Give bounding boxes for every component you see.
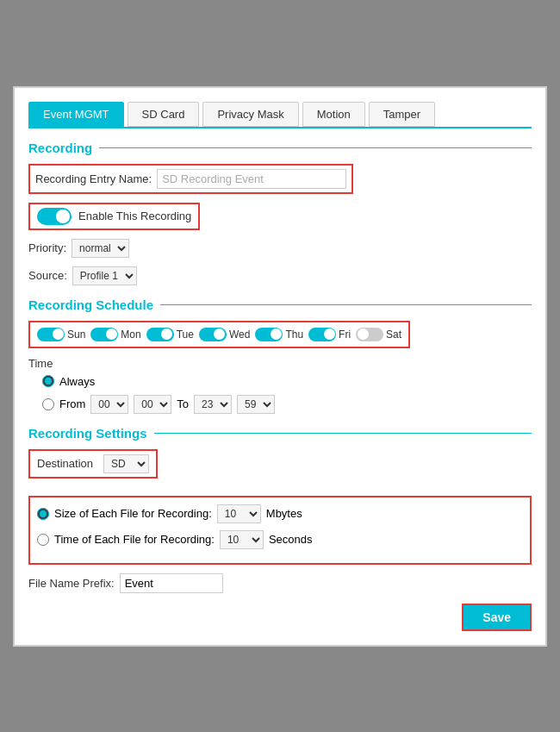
destination-select[interactable]: SD FTP [103, 454, 149, 473]
priority-select[interactable]: normal high low [72, 239, 129, 258]
day-toggle-mon[interactable] [90, 328, 118, 341]
entry-name-input[interactable] [157, 169, 346, 189]
destination-wrapper: Destination SD FTP [28, 449, 158, 479]
enable-label: Enable This Recording [78, 210, 191, 222]
day-label-wed: Wed [229, 328, 250, 341]
schedule-section-header: Recording Schedule [28, 297, 532, 312]
priority-row: Priority: normal high low [28, 239, 532, 258]
from-hour-select[interactable]: 00010206121823 [90, 395, 128, 414]
from-label: From [59, 397, 85, 410]
to-min-select[interactable]: 00053059 [237, 395, 275, 414]
from-to-row: From 00010206121823 000510153045 To 0006… [42, 395, 532, 414]
prefix-label: File Name Prefix: [28, 577, 115, 590]
size-row: Size of Each File for Recording: 1020501… [37, 504, 523, 523]
from-min-select[interactable]: 000510153045 [134, 395, 171, 414]
recording-section-header: Recording [28, 141, 532, 155]
tab-sd-card[interactable]: SD Card [128, 102, 200, 127]
day-toggle-thu[interactable] [255, 328, 283, 341]
days-row: Sun Mon Tue Wed Thu [28, 321, 532, 348]
size-radio[interactable] [37, 508, 49, 520]
from-radio[interactable] [42, 398, 54, 410]
main-window: Event MGMT SD Card Privacy Mask Motion T… [13, 86, 547, 647]
day-label-sat: Sat [386, 328, 401, 341]
day-fri: Fri [308, 328, 351, 341]
day-sat: Sat [356, 328, 401, 341]
destination-label: Destination [37, 457, 93, 470]
settings-section-header: Recording Settings [28, 426, 532, 441]
enable-toggle-wrapper: Enable This Recording [28, 203, 200, 230]
day-thu: Thu [255, 328, 303, 341]
file-options-wrapper: Size of Each File for Recording: 1020501… [28, 496, 532, 565]
day-label-thu: Thu [285, 328, 303, 341]
day-label-fri: Fri [339, 328, 351, 341]
days-wrapper: Sun Mon Tue Wed Thu [28, 321, 410, 348]
day-wed: Wed [199, 328, 250, 341]
day-label-sun: Sun [67, 328, 85, 341]
day-toggle-fri[interactable] [308, 328, 336, 341]
day-toggle-tue[interactable] [146, 328, 174, 341]
day-mon: Mon [90, 328, 140, 341]
time-file-select[interactable]: 103060120 [220, 530, 264, 549]
day-tue: Tue [146, 328, 194, 341]
size-unit: Mbytes [266, 507, 302, 520]
day-toggle-sun[interactable] [37, 328, 65, 341]
always-label: Always [59, 375, 95, 388]
tab-event-mgmt[interactable]: Event MGMT [28, 102, 124, 127]
day-toggle-sat[interactable] [356, 328, 383, 341]
tab-tamper[interactable]: Tamper [369, 102, 435, 127]
day-label-mon: Mon [121, 328, 140, 341]
size-select[interactable]: 102050100 [217, 504, 261, 523]
save-button[interactable]: Save [462, 604, 532, 631]
day-toggle-wed[interactable] [199, 328, 227, 341]
source-label: Source: [28, 269, 67, 282]
always-row: Always [42, 375, 532, 388]
to-label: To [177, 397, 189, 410]
entry-name-wrapper: Recording Entry Name: [28, 164, 353, 194]
priority-label: Priority: [28, 241, 66, 254]
enable-recording-row: Enable This Recording [28, 203, 532, 230]
time-file-row: Time of Each File for Recording: 1030601… [37, 530, 523, 549]
time-label: Time [28, 357, 532, 370]
time-file-label: Time of Each File for Recording: [54, 533, 215, 546]
toggle-knob [56, 210, 70, 223]
day-label-tue: Tue [177, 328, 194, 341]
source-select[interactable]: Profile 1 Profile 2 [72, 266, 137, 285]
day-sun: Sun [37, 328, 85, 341]
tab-motion[interactable]: Motion [302, 102, 365, 127]
entry-name-label: Recording Entry Name: [35, 172, 152, 185]
enable-toggle[interactable] [37, 208, 72, 225]
save-btn-wrapper: Save [28, 604, 532, 631]
source-row: Source: Profile 1 Profile 2 [28, 266, 532, 285]
prefix-row: File Name Prefix: [28, 573, 532, 593]
to-hour-select[interactable]: 0006121823 [194, 395, 232, 414]
tab-bar: Event MGMT SD Card Privacy Mask Motion T… [28, 102, 532, 128]
always-radio[interactable] [42, 375, 54, 387]
tab-privacy-mask[interactable]: Privacy Mask [202, 102, 298, 127]
entry-name-row: Recording Entry Name: [28, 164, 532, 194]
time-unit: Seconds [269, 533, 313, 546]
size-label: Size of Each File for Recording: [54, 507, 212, 520]
time-file-radio[interactable] [37, 534, 49, 546]
destination-row: Destination SD FTP [28, 449, 532, 487]
prefix-input[interactable] [120, 573, 223, 593]
